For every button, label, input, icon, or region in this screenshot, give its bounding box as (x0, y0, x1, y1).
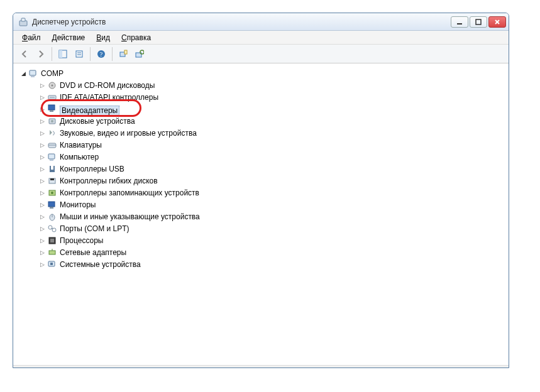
category-icon (47, 92, 57, 102)
tree-item-label: IDE ATA/ATAPI контроллеры (60, 93, 158, 102)
expand-icon[interactable]: ▷ (38, 129, 46, 137)
svg-text:?: ? (100, 51, 103, 58)
tree-item[interactable]: ▷Сетевые адаптеры (38, 246, 506, 258)
device-manager-window: Диспетчер устройств Файл Действие Вид Сп… (13, 13, 509, 368)
svg-rect-18 (30, 70, 36, 75)
expand-icon[interactable]: ▷ (38, 165, 46, 173)
expand-icon[interactable]: ▷ (38, 141, 46, 149)
category-icon (47, 236, 57, 246)
tree-item-label: Системные устройства (60, 260, 141, 269)
tree-item[interactable]: ▷Видеоадаптеры (38, 103, 506, 115)
update-driver-button[interactable] (132, 46, 147, 62)
close-button[interactable] (488, 16, 506, 28)
toolbar-separator (52, 47, 52, 61)
properties-button[interactable] (72, 46, 87, 62)
category-icon (47, 200, 57, 210)
svg-rect-1 (21, 18, 25, 21)
computer-icon (28, 68, 38, 79)
expand-icon[interactable]: ▷ (38, 82, 46, 89)
svg-point-36 (51, 192, 53, 194)
category-icon (47, 212, 57, 222)
tree-item-label: Компьютер (60, 153, 99, 161)
expand-icon[interactable]: ▷ (38, 189, 46, 197)
category-icon (47, 224, 57, 234)
tree-item-label: Мыши и иные указывающие устройства (60, 212, 200, 221)
svg-rect-24 (48, 105, 55, 110)
svg-rect-46 (49, 251, 55, 254)
expand-icon[interactable]: ▷ (38, 177, 46, 185)
svg-rect-3 (476, 19, 481, 24)
tree-item-label: Процессоры (60, 236, 104, 245)
svg-rect-34 (50, 178, 54, 180)
tree-item[interactable]: ▷Контроллеры USB (38, 163, 506, 175)
tree-item-label: Мониторы (60, 200, 96, 209)
tree-item-label: Порты (COM и LPT) (60, 224, 129, 233)
show-hide-tree-button[interactable] (55, 46, 70, 62)
menu-view[interactable]: Вид (91, 32, 115, 43)
tree-item[interactable]: ▷Мониторы (38, 199, 506, 210)
svg-rect-8 (76, 51, 82, 57)
maximize-button[interactable] (470, 16, 487, 28)
svg-point-21 (52, 84, 53, 86)
category-icon (47, 176, 57, 186)
category-icon (47, 152, 57, 162)
svg-point-27 (51, 120, 53, 122)
toolbar-separator (90, 47, 91, 61)
nav-forward-button[interactable] (33, 46, 48, 62)
category-icon (47, 103, 57, 113)
expand-icon[interactable]: ▷ (38, 237, 46, 244)
svg-rect-7 (59, 50, 62, 58)
svg-rect-49 (50, 263, 53, 265)
minimize-button[interactable] (451, 16, 468, 28)
tree-item[interactable]: ▷DVD и CD-ROM дисководы (38, 79, 506, 91)
expand-icon[interactable]: ▷ (38, 225, 46, 232)
expand-icon[interactable]: ▷ (38, 201, 46, 209)
tree-item-label: Контроллеры USB (60, 165, 124, 173)
titlebar: Диспетчер устройств (13, 13, 509, 31)
tree-item-label: Дисковые устройства (60, 117, 135, 126)
tree-item[interactable]: ▷Клавиатуры (38, 139, 506, 151)
menu-file[interactable]: Файл (17, 32, 46, 43)
category-icon (47, 259, 57, 270)
help-button[interactable]: ? (94, 46, 109, 62)
expand-icon[interactable]: ▷ (38, 94, 46, 101)
expand-icon[interactable]: ▷ (38, 153, 46, 161)
expand-icon[interactable]: ▷ (38, 261, 46, 268)
svg-rect-25 (50, 110, 53, 112)
expand-icon[interactable]: ▷ (38, 249, 46, 256)
tree-item-label: Звуковые, видео и игровые устройства (60, 129, 197, 138)
category-icon (47, 188, 57, 198)
svg-rect-37 (48, 202, 55, 207)
window-controls (451, 16, 506, 28)
window-title: Диспетчер устройств (32, 18, 451, 26)
toolbar: ? (13, 45, 509, 63)
tree-item[interactable]: ▷IDE ATA/ATAPI контроллеры (38, 91, 506, 103)
toolbar-separator (112, 47, 113, 61)
tree-item[interactable]: ▷Процессоры (38, 234, 506, 246)
nav-back-button[interactable] (17, 46, 32, 62)
tree-item[interactable]: ▷Системные устройства (38, 258, 506, 270)
expand-icon[interactable]: ▷ (38, 117, 46, 125)
tree-item-label: DVD и CD-ROM дисководы (60, 81, 155, 90)
tree-item[interactable]: ▷Компьютер (38, 151, 506, 163)
menu-help[interactable]: Справка (116, 32, 156, 43)
root-label: COMP (41, 69, 63, 78)
tree-root[interactable]: ◢ COMP (19, 67, 506, 79)
collapse-icon[interactable]: ◢ (19, 70, 27, 77)
tree-item[interactable]: ▷Контроллеры запоминающих устройств (38, 187, 506, 199)
svg-line-17 (143, 53, 144, 54)
tree-item[interactable]: ▷Порты (COM и LPT) (38, 222, 506, 234)
category-icon (47, 248, 57, 258)
scan-hardware-button[interactable] (116, 46, 131, 62)
tree-item[interactable]: ▷Дисковые устройства (38, 115, 506, 127)
device-tree-area[interactable]: ◢ COMP ▷DVD и CD-ROM дисководы▷IDE ATA/A… (13, 63, 509, 365)
tree-item[interactable]: ▷Контроллеры гибких дисков (38, 175, 506, 187)
category-icon (47, 164, 57, 174)
expand-icon[interactable]: ▷ (38, 106, 46, 113)
category-icon (47, 128, 57, 138)
expand-icon[interactable]: ▷ (38, 213, 46, 220)
tree-item[interactable]: ▷Звуковые, видео и игровые устройства (38, 127, 506, 139)
tree-item[interactable]: ▷Мыши и иные указывающие устройства (38, 210, 506, 222)
svg-rect-30 (48, 154, 55, 159)
menu-action[interactable]: Действие (47, 32, 91, 43)
